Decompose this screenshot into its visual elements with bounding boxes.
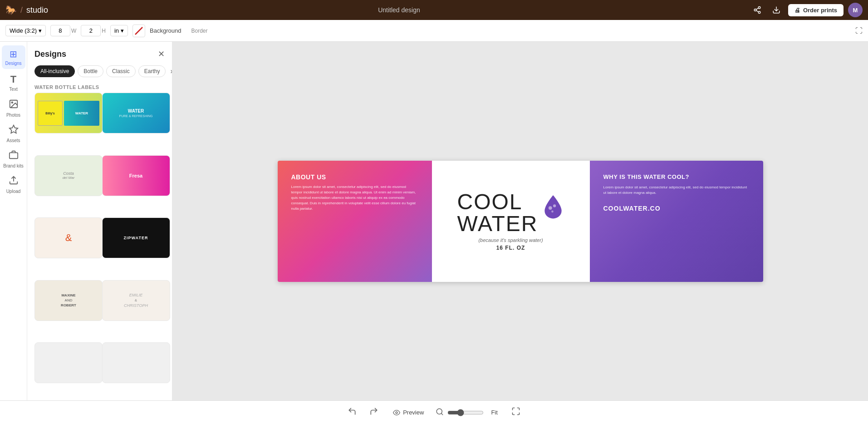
expand-button[interactable]: ⛶ [855,27,863,35]
designs-label: Designs [5,61,21,66]
width-input[interactable] [50,25,70,36]
design-card-10[interactable] [102,342,170,383]
order-prints-label: Order prints [803,7,837,14]
sidebar-item-brand-kits[interactable]: Brand kits [2,147,25,171]
canvas-design[interactable]: ABOUT US Lorem ipsum dolor sit amet, con… [278,161,763,282]
preview-button[interactable]: Preview [388,406,428,419]
sidebar-item-designs[interactable]: ⊞ Designs [2,45,25,69]
bottom-bar: Preview Fit [0,400,868,424]
filter-bottle[interactable]: Bottle [78,65,103,77]
avatar-initial: M [853,7,858,14]
tagline-text: (because it's sparkling water) [478,237,543,243]
logo-icon: 🐎 [5,5,17,15]
zoom-search-button[interactable] [436,408,444,418]
design-card-6[interactable]: ZIPWATER [102,217,170,258]
fit-button[interactable]: Fit [487,406,501,419]
svg-point-15 [396,412,397,414]
canvas-center-section: COOL WATER (because it's spa [432,161,590,282]
color-swatch[interactable] [132,25,145,37]
design-card-5[interactable]: & [34,217,103,258]
redo-button[interactable] [367,404,381,421]
sidebar-item-assets[interactable]: Assets [2,122,25,145]
svg-point-12 [549,206,552,210]
brand-kits-icon [9,150,19,162]
design-card-7[interactable]: MAXINE AND ROBERT [34,280,103,321]
sidebar-item-text[interactable]: T Text [2,71,25,94]
design-card-4[interactable]: Fresa [102,155,170,196]
zoom-slider[interactable] [447,409,484,416]
doc-title: Untitled design [378,6,420,14]
border-label: Border [191,28,207,34]
svg-line-4 [756,8,758,10]
unit-select[interactable]: in ▾ [110,25,128,36]
designs-grid: Billy's WATER WATER PURE & REFRESHING Co… [27,93,172,400]
width-unit-label: W [71,28,76,34]
svg-point-8 [11,102,13,103]
top-bar: 🐎 / studio Untitled design 🖨 Order print… [0,0,868,20]
height-unit-label: H [102,28,106,34]
logo-slash: / [20,5,23,15]
close-panel-button[interactable]: ✕ [158,49,165,59]
height-input[interactable] [81,25,101,36]
photos-label: Photos [6,113,20,118]
designs-panel: Designs ✕ All-inclusive Bottle Classic E… [27,42,172,400]
top-bar-actions: 🖨 Order prints M [750,3,863,17]
size-dropdown-icon: ▾ [39,27,42,34]
text-icon: T [10,74,16,85]
volume-text: 16 FL. OZ [496,245,525,251]
design-card-2[interactable]: WATER PURE & REFRESHING [102,93,170,133]
website-text: COOLWATER.CO [603,205,750,212]
sidebar-item-photos[interactable]: Photos [2,96,25,120]
svg-rect-10 [9,153,17,158]
design-card-9[interactable] [34,342,103,383]
upload-label: Upload [6,189,21,194]
size-label: Wide (3:2) [10,27,37,34]
design-card-8[interactable]: EMILIE & CHRISTOPH [102,280,170,321]
filter-all-inclusive[interactable]: All-inclusive [34,65,75,77]
brand-name-container: COOL WATER [457,191,564,235]
designs-section-label: WATER BOTTLE LABELS [27,82,172,93]
filter-more-button[interactable]: › [168,67,172,75]
filter-earthy[interactable]: Earthy [138,65,166,77]
sidebar-item-upload[interactable]: Upload [2,173,25,196]
printer-icon: 🖨 [794,7,800,14]
height-input-group: H [81,25,106,36]
brand-line2: WATER [457,213,538,235]
why-body: Lorem ipsum dolor sit amet, consectetur … [603,185,750,196]
brand-line1: COOL [457,191,538,213]
filter-classic[interactable]: Classic [106,65,136,77]
svg-marker-9 [9,125,17,133]
about-us-body: Lorem ipsum dolor sit amet, consectetur … [291,184,418,212]
upload-icon [9,175,19,187]
assets-label: Assets [6,138,20,143]
size-select[interactable]: Wide (3:2) ▾ [5,25,46,36]
order-prints-button[interactable]: 🖨 Order prints [788,4,843,16]
drop-icon [542,194,564,221]
toolbar: Wide (3:2) ▾ W H in ▾ Background Border … [0,20,868,42]
share-button[interactable] [750,3,765,17]
svg-line-17 [441,413,443,414]
svg-line-3 [756,10,758,12]
avatar-button[interactable]: M [848,3,863,17]
preview-icon [393,409,400,416]
why-title: WHY IS THIS WATER COOL? [603,173,750,180]
text-label: Text [9,87,17,92]
fullscreen-icon [511,407,520,416]
designs-header: Designs ✕ [27,42,172,63]
unit-label: in [114,27,119,34]
unit-dropdown-icon: ▾ [121,27,124,34]
design-card-1[interactable]: Billy's WATER [34,93,103,133]
logo-area: 🐎 / studio [5,5,48,15]
svg-point-13 [553,204,556,207]
canvas-right-section: WHY IS THIS WATER COOL? Lorem ipsum dolo… [590,161,763,282]
photos-icon [9,99,19,111]
download-button[interactable] [769,3,784,17]
undo-button[interactable] [345,404,359,421]
about-us-title: ABOUT US [291,173,418,181]
slash-icon [134,26,143,35]
design-card-3[interactable]: Costa del Mar [34,155,103,196]
assets-icon [9,124,19,137]
background-label[interactable]: Background [150,27,181,34]
fullscreen-button[interactable] [509,404,523,421]
brand-name-text: COOL WATER [457,191,538,235]
